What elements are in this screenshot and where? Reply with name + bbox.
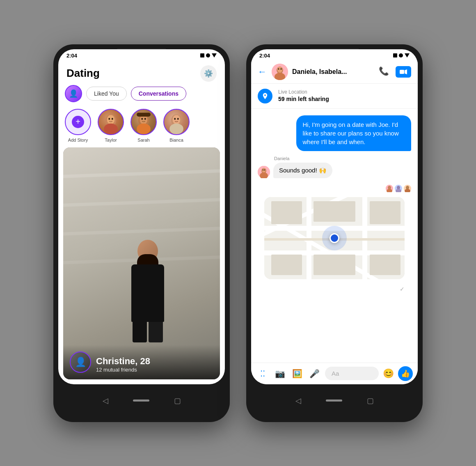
signal-icon: [206, 53, 210, 57]
svg-point-20: [281, 68, 282, 70]
bianca-label: Bianca: [169, 138, 183, 142]
settings-button[interactable]: ⚙️: [200, 65, 217, 82]
status-time-2: 2:04: [259, 53, 270, 59]
header-icons: 📞: [379, 66, 411, 78]
profile-ring-avatar: 👤: [70, 351, 91, 373]
daniela-avatar: [258, 166, 270, 178]
incoming-message: Sounds good! 🙌: [273, 163, 332, 178]
stories-row: + Add Story T: [58, 107, 225, 147]
camera-button[interactable]: 📷: [273, 369, 286, 379]
sender-name: Daniela: [274, 156, 332, 161]
profile-text: Christine, 28 12 mutual friends: [96, 356, 150, 373]
svg-point-15: [169, 123, 183, 134]
location-banner: Live Location 59 min left sharing: [251, 84, 418, 109]
location-text: Live Location 59 min left sharing: [278, 89, 329, 103]
back-button[interactable]: ←: [258, 67, 267, 77]
svg-point-26: [262, 168, 266, 172]
phone-dating: 2:04 Dating ⚙️ 👤 Liked You Conversations: [53, 44, 230, 422]
messenger-header: ← Daniela, Isabela... 📞: [251, 60, 418, 84]
emoji-button[interactable]: 😊: [383, 368, 394, 379]
add-story-label: Add Story: [68, 138, 88, 142]
profile-mutual: 12 mutual friends: [96, 367, 150, 373]
seen-avatar-3: [404, 185, 411, 192]
add-icon: +: [72, 116, 84, 128]
location-dot: [330, 233, 339, 243]
svg-marker-23: [405, 69, 407, 74]
wifi-icon-2: [405, 53, 410, 57]
svg-point-10: [137, 123, 151, 134]
battery-icon: [200, 53, 204, 57]
messenger-content: ← Daniela, Isabela... 📞: [251, 60, 418, 384]
home-nav-button[interactable]: [133, 399, 149, 402]
home-nav-button-2[interactable]: [326, 399, 342, 402]
status-bar-2: 2:04: [251, 49, 418, 60]
recents-nav-button-2[interactable]: ▢: [367, 396, 374, 405]
story-sarah[interactable]: Sarah: [130, 109, 157, 142]
conversations-button[interactable]: Conversations: [131, 87, 186, 101]
map-container[interactable]: [264, 197, 405, 279]
svg-point-18: [277, 67, 282, 73]
status-icons: [200, 53, 217, 57]
read-receipt: ✓: [258, 284, 411, 294]
svg-point-2: [108, 118, 110, 120]
seen-avatar-1: [386, 185, 393, 192]
back-nav-button-2[interactable]: ◁: [295, 396, 301, 405]
sarah-avatar: [130, 109, 157, 135]
back-nav-button[interactable]: ◁: [103, 396, 108, 405]
user-avatar[interactable]: 👤: [65, 85, 82, 102]
incoming-message-wrapper: Daniela Sounds good! 🙌: [258, 156, 411, 178]
mic-button[interactable]: 🎤: [308, 369, 321, 379]
status-time: 2:04: [66, 53, 77, 59]
svg-point-13: [174, 118, 176, 120]
input-placeholder: Aa: [332, 370, 339, 377]
seen-avatar-2: [395, 185, 402, 192]
recents-nav-button[interactable]: ▢: [174, 396, 181, 405]
add-story-item[interactable]: + Add Story: [65, 109, 91, 142]
bianca-avatar: [163, 109, 190, 135]
svg-point-28: [264, 169, 265, 170]
taylor-label: Taylor: [105, 138, 117, 142]
svg-point-19: [278, 68, 279, 70]
dating-content: Dating ⚙️ 👤 Liked You Conversations + Ad…: [58, 60, 225, 384]
svg-rect-22: [400, 70, 404, 74]
profile-info: 👤 Christine, 28 12 mutual friends: [63, 345, 220, 379]
signal-icon-2: [399, 53, 403, 57]
nav-pills: 👤 Liked You Conversations: [58, 85, 225, 107]
video-call-button[interactable]: [396, 66, 411, 78]
phone-nav-bar-2: ◁ ▢: [251, 384, 418, 417]
svg-point-1: [107, 115, 115, 124]
wifi-icon: [212, 53, 217, 57]
battery-icon-2: [393, 53, 397, 57]
phone-call-button[interactable]: 📞: [379, 66, 389, 78]
dating-title: Dating: [66, 67, 100, 80]
dating-header: Dating ⚙️: [58, 60, 225, 85]
svg-point-12: [173, 115, 181, 124]
liked-you-button[interactable]: Liked You: [86, 87, 127, 101]
profile-name: Christine, 28: [96, 356, 150, 367]
location-subtitle: 59 min left sharing: [278, 95, 329, 103]
photo-button[interactable]: 🖼️: [291, 369, 304, 379]
map-bg: [264, 197, 405, 279]
story-taylor[interactable]: Taylor: [98, 109, 124, 142]
phone-nav-bar: ◁ ▢: [58, 384, 225, 417]
profile-card[interactable]: 👤 Christine, 28 12 mutual friends: [63, 147, 220, 379]
svg-point-3: [112, 118, 113, 120]
svg-point-27: [263, 169, 263, 170]
add-story-avatar: +: [65, 109, 91, 135]
sarah-label: Sarah: [137, 138, 149, 142]
taylor-avatar: [98, 109, 124, 135]
incoming-content: Daniela Sounds good! 🙌: [273, 156, 332, 178]
contact-avatar: [272, 64, 288, 80]
svg-point-14: [177, 118, 179, 120]
outgoing-message: Hi, I'm going on a date with Joe. I'd li…: [296, 115, 412, 151]
dating-screen: 2:04 Dating ⚙️ 👤 Liked You Conversations: [58, 49, 225, 384]
seen-avatars: [258, 185, 411, 192]
story-bianca[interactable]: Bianca: [163, 109, 190, 142]
location-title: Live Location: [278, 89, 329, 96]
svg-point-8: [144, 118, 146, 120]
svg-rect-9: [137, 112, 151, 116]
more-options-button[interactable]: ⁚⁚: [256, 369, 269, 379]
like-button[interactable]: 👍: [398, 366, 413, 381]
message-input[interactable]: Aa: [325, 367, 379, 380]
messenger-screen: 2:04 ←: [251, 49, 418, 384]
